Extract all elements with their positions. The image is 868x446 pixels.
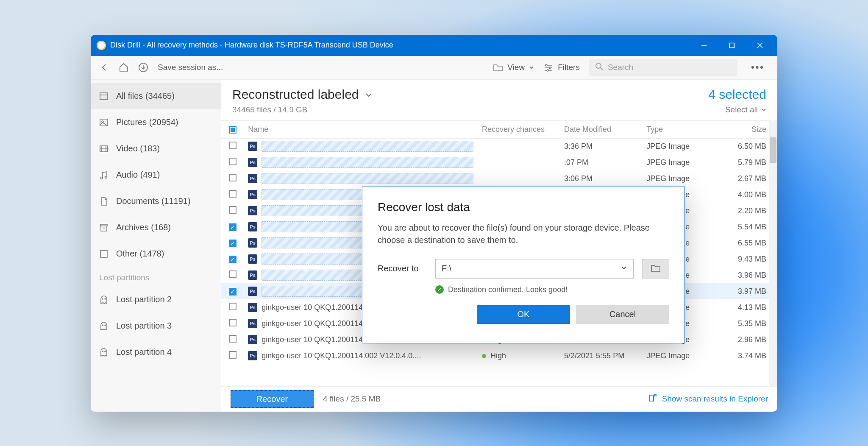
home-icon[interactable] [119, 62, 129, 72]
table-row[interactable]: Psginkgo-user 10 QKQ1.200114.002 V12.0.4… [221, 348, 777, 364]
sidebar-item[interactable]: Other (1478) [91, 241, 221, 267]
ps-file-icon: Ps [248, 351, 257, 360]
search-placeholder: Search [608, 63, 633, 72]
external-link-icon [648, 393, 657, 405]
ps-file-icon: Ps [248, 238, 257, 248]
row-checkbox[interactable] [229, 206, 236, 214]
svg-point-18 [102, 298, 103, 299]
close-button[interactable] [746, 35, 774, 56]
stack-icon [99, 92, 108, 101]
view-label: View [507, 63, 525, 72]
col-recovery[interactable]: Recovery chances [478, 120, 560, 138]
row-checkbox[interactable] [229, 174, 236, 181]
picture-icon [99, 118, 108, 127]
main-header: Reconstructed labeled 34465 files / 14.9… [221, 80, 777, 120]
svg-point-7 [547, 70, 548, 71]
table-row[interactable]: Ps3:36 PMJPEG Image6.50 MB [221, 138, 777, 154]
col-size[interactable]: Size [717, 120, 777, 138]
header-checkbox[interactable] [229, 126, 236, 134]
file-type: JPEG Image [646, 351, 690, 360]
select-all-button[interactable]: Select all [708, 105, 766, 114]
sidebar: All files (34465)Pictures (20954)Video (… [91, 80, 221, 412]
file-size: 5.54 MB [738, 223, 766, 231]
view-menu[interactable]: View [493, 62, 534, 72]
svg-point-14 [105, 176, 107, 178]
chevron-down-icon [365, 87, 373, 102]
row-checkbox[interactable] [229, 256, 236, 263]
svg-point-8 [596, 63, 601, 68]
sidebar-item[interactable]: Archives (168) [91, 215, 221, 241]
date-modified: 3:06 PM [564, 174, 593, 183]
row-checkbox[interactable] [229, 142, 236, 149]
recover-button[interactable]: Recover [231, 390, 314, 408]
sidebar-item[interactable]: Pictures (20954) [91, 109, 221, 136]
sidebar-partition[interactable]: Lost partition 3 [91, 313, 221, 339]
sidebar-item[interactable]: Audio (491) [91, 162, 221, 188]
svg-point-22 [102, 351, 103, 352]
sidebar-partition[interactable]: Lost partition 2 [91, 287, 221, 313]
file-size: 6.55 MB [738, 239, 766, 247]
file-size: 3.97 MB [738, 287, 766, 295]
row-checkbox[interactable] [229, 190, 236, 198]
row-checkbox[interactable] [229, 319, 236, 326]
table-row[interactable]: Ps:07 PMJPEG Image5.79 MB [221, 154, 777, 170]
row-checkbox[interactable] [229, 303, 236, 310]
svg-point-6 [549, 67, 551, 69]
window-controls [690, 35, 774, 56]
sidebar-item[interactable]: All files (34465) [91, 83, 221, 109]
show-in-explorer-link[interactable]: Show scan results in Explorer [648, 393, 768, 405]
back-icon[interactable] [99, 62, 109, 72]
maximize-button[interactable] [718, 35, 746, 56]
row-checkbox[interactable] [229, 240, 236, 247]
file-type: JPEG Image [646, 158, 690, 167]
browse-button[interactable] [642, 259, 669, 279]
row-checkbox[interactable] [229, 223, 236, 231]
file-type: JPEG Image [646, 142, 690, 151]
row-checkbox[interactable] [229, 158, 236, 165]
search-input[interactable]: Search [589, 59, 737, 76]
cancel-button[interactable]: Cancel [576, 305, 669, 324]
document-icon [99, 197, 108, 206]
table-row[interactable]: Ps3:06 PMJPEG Image2.67 MB [221, 170, 777, 187]
minimize-button[interactable] [690, 35, 718, 56]
ghost-icon [99, 295, 108, 304]
recovery-chance: High [490, 351, 506, 360]
footer-summary: 4 files / 25.5 MB [323, 394, 381, 404]
col-type[interactable]: Type [642, 120, 717, 138]
more-menu[interactable]: ••• [747, 62, 769, 73]
sidebar-item-label: All files (34465) [116, 91, 175, 101]
col-name[interactable]: Name [244, 120, 478, 138]
sidebar-item[interactable]: Documents (11191) [91, 188, 221, 215]
file-size: 3.74 MB [738, 351, 766, 360]
file-size: 2.20 MB [738, 206, 766, 215]
file-size: 5.79 MB [738, 158, 766, 167]
ps-file-icon: Ps [248, 142, 257, 151]
date-modified: 3:36 PM [564, 142, 593, 151]
ok-button[interactable]: OK [477, 305, 570, 324]
row-checkbox[interactable] [229, 351, 236, 359]
col-date[interactable]: Date Modified [560, 120, 642, 138]
scrollbar[interactable] [769, 120, 777, 386]
folder-icon [493, 62, 503, 72]
row-checkbox[interactable] [229, 335, 236, 343]
archive-icon [99, 223, 108, 232]
sidebar-item-label: Pictures (20954) [116, 117, 178, 127]
folder-icon [651, 264, 661, 274]
filters-menu[interactable]: Filters [543, 62, 580, 72]
save-session-button[interactable]: Save session as... [158, 63, 223, 72]
destination-select[interactable]: F:\ [435, 259, 634, 279]
file-size: 3.96 MB [738, 271, 766, 279]
sidebar-item[interactable]: Video (183) [91, 136, 221, 162]
sidebar-item-label: Lost partition 3 [116, 321, 172, 331]
sidebar-item-label: Audio (491) [116, 170, 160, 180]
video-icon [99, 144, 108, 153]
row-checkbox[interactable] [229, 270, 236, 278]
svg-rect-1 [730, 43, 734, 47]
file-type: JPEG Image [646, 174, 690, 183]
download-icon[interactable] [138, 62, 148, 72]
main-title[interactable]: Reconstructed labeled [232, 87, 373, 102]
row-checkbox[interactable] [229, 288, 236, 295]
dialog-title: Recover lost data [378, 201, 669, 214]
confirm-text: Destination confirmed. Looks good! [448, 285, 568, 294]
sidebar-partition[interactable]: Lost partition 4 [91, 339, 221, 365]
